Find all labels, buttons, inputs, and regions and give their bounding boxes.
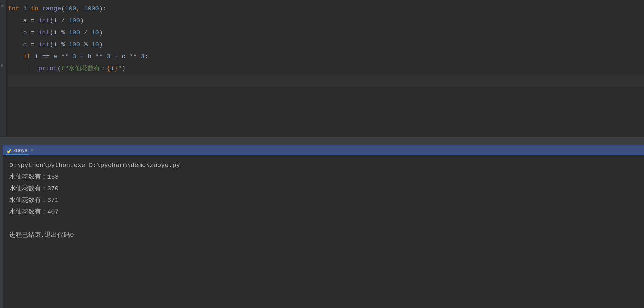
code-line[interactable]: if i == a ** 3 + b ** 3 + c ** 3: [8,51,644,63]
panel-separator[interactable] [0,136,644,145]
run-tab-bar: zuoye × [0,145,644,156]
python-icon [6,148,11,153]
indent-guide [28,63,28,75]
console-line: 水仙花数有：370 [9,183,635,195]
console-line [9,218,635,230]
code-line[interactable]: c = int(i % 100 % 10) [8,39,644,51]
tab-label: zuoye [13,147,28,153]
code-editor[interactable]: ⊟ ⊟ for i in range(100, 1000): a = int(i… [0,0,644,136]
fold-marker[interactable]: ⊟ [1,4,4,8]
tool-window-strip [0,145,3,308]
code-line[interactable]: for i in range(100, 1000): [8,3,644,15]
console-line: 水仙花数有：153 [9,171,635,183]
run-tab[interactable]: zuoye × [3,145,36,155]
console-output[interactable]: D:\python\python.exe D:\pycharm\demo\zuo… [0,156,644,308]
fold-marker[interactable]: ⊟ [1,64,4,68]
tab-active-indicator [6,154,29,155]
console-line: 水仙花数有：407 [9,206,635,218]
console-line: 水仙花数有：371 [9,195,635,206]
console-line: 进程已结束,退出代码0 [9,230,635,241]
code-line[interactable]: a = int(i / 100) [8,15,644,27]
close-icon[interactable]: × [31,148,34,153]
editor-gutter: ⊟ ⊟ [0,0,6,136]
code-line[interactable]: b = int(i % 100 / 10) [8,27,644,39]
code-line[interactable]: print(f"水仙花数有：{i}") [8,63,644,75]
code-content[interactable]: for i in range(100, 1000): a = int(i / 1… [0,0,644,89]
console-line: D:\python\python.exe D:\pycharm\demo\zuo… [9,160,635,171]
code-line[interactable] [8,75,644,86]
